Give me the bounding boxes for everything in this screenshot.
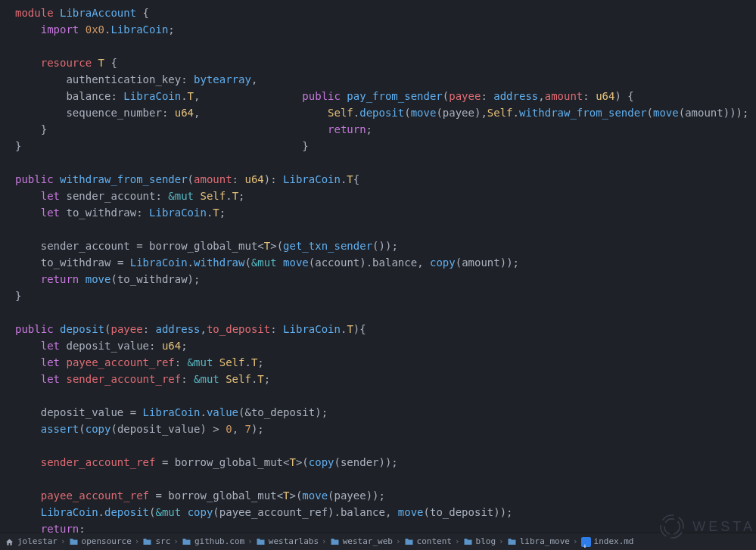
folder-icon [256, 538, 266, 545]
code-line: sender_account_ref = borrow_global_mut<T… [15, 456, 398, 468]
breadcrumb-item[interactable]: blog [463, 533, 496, 550]
breadcrumb-separator: › [319, 533, 330, 550]
folder-icon [463, 538, 473, 545]
folder-icon [330, 538, 340, 545]
breadcrumb-separator: › [244, 533, 256, 550]
markdown-icon [581, 537, 591, 547]
folder-icon [404, 538, 414, 545]
code-line: let sender_account: &mut Self.T; [15, 190, 245, 202]
breadcrumb[interactable]: jolestar › opensource › src › github.com… [0, 533, 756, 550]
code-line: } return; [15, 123, 372, 135]
code-line: import 0x0.LibraCoin; [15, 23, 175, 36]
breadcrumb-item[interactable]: westar_web [330, 533, 393, 550]
breadcrumb-item[interactable]: libra_move [507, 533, 570, 550]
breadcrumb-separator: › [393, 533, 404, 550]
code-line: sequence_number: u64, Self.deposit(move(… [15, 107, 748, 119]
breadcrumb-separator: › [452, 533, 463, 550]
breadcrumb-home[interactable]: jolestar [5, 533, 58, 550]
code-line: LibraCoin.deposit(&mut copy(payee_accoun… [15, 506, 513, 518]
code-line: let sender_account_ref: &mut Self.T; [15, 373, 270, 385]
code-line: resource T { [15, 57, 117, 69]
breadcrumb-item[interactable]: github.com [182, 533, 244, 550]
code-line: balance: LibraCoin.T, public pay_from_se… [15, 90, 634, 102]
code-line: let to_withdraw: LibraCoin.T; [15, 207, 226, 219]
folder-icon [69, 538, 79, 545]
code-line: } [15, 290, 21, 302]
code-editor[interactable]: module LibraAccount { import 0x0.LibraCo… [0, 0, 756, 537]
folder-icon [142, 538, 152, 545]
breadcrumb-item[interactable]: content [404, 533, 452, 550]
folder-icon [507, 538, 517, 545]
code-line: to_withdraw = LibraCoin.withdraw(&mut mo… [15, 256, 519, 269]
breadcrumb-separator: › [170, 533, 182, 550]
breadcrumb-file[interactable]: index.md [581, 533, 634, 550]
code-line: sender_account = borrow_global_mut<T>(ge… [15, 240, 398, 252]
breadcrumb-item[interactable]: westarlabs [256, 533, 319, 550]
code-line: authentication_key: bytearray, [15, 73, 257, 85]
breadcrumb-separator: › [570, 533, 581, 550]
code-line: deposit_value = LibraCoin.value(&to_depo… [15, 406, 328, 418]
folder-icon [182, 538, 191, 545]
code-line: module LibraAccount { [15, 7, 149, 19]
code-line: let payee_account_ref: &mut Self.T; [15, 356, 264, 368]
code-line: let deposit_value: u64; [15, 340, 188, 352]
breadcrumb-separator: › [496, 533, 507, 550]
breadcrumb-item[interactable]: src [142, 533, 170, 550]
code-line: } } [15, 140, 309, 152]
breadcrumb-separator: › [132, 533, 143, 550]
home-icon [5, 538, 14, 546]
code-line: assert(copy(deposit_value) > 0, 7); [15, 423, 264, 435]
breadcrumb-separator: › [58, 533, 69, 550]
code-line: public withdraw_from_sender(amount: u64)… [15, 173, 359, 185]
code-line: return move(to_withdraw); [15, 273, 200, 285]
code-line: public deposit(payee: address,to_deposit… [15, 323, 366, 335]
breadcrumb-item[interactable]: opensource [69, 533, 132, 550]
code-line: payee_account_ref = borrow_global_mut<T>… [15, 489, 385, 502]
